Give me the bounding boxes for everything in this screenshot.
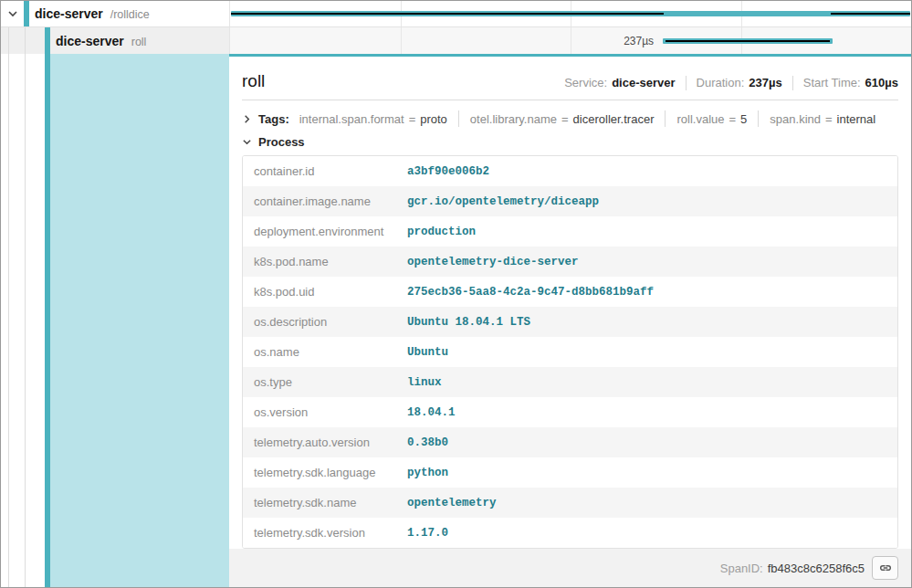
process-key: container.image.name — [243, 194, 407, 208]
process-key: deployment.environment — [243, 225, 407, 238]
tag-key: otel.library.name — [470, 112, 557, 126]
span-detail-gutter — [1, 54, 229, 587]
timeline-gridline — [571, 27, 571, 54]
duration-value: 237µs — [749, 76, 781, 89]
trace-detail-window: dice-server /rolldice dice-server roll — [0, 0, 912, 588]
span-name-cell-rolldice[interactable]: dice-server /rolldice — [1, 1, 229, 26]
tree-guide-line — [8, 54, 9, 587]
span-timeline-rolldice — [229, 1, 911, 26]
process-key: os.type — [243, 375, 407, 389]
process-key: os.name — [243, 345, 407, 359]
tags-accordion-toggle[interactable]: Tags: internal.span.format = proto otel.… — [242, 110, 898, 127]
tag-equals: = — [825, 112, 833, 126]
tag-equals: = — [409, 112, 416, 126]
chevron-down-icon — [242, 137, 252, 147]
table-row: os.typelinux — [243, 367, 897, 397]
spanid-value: fb483c8c6258f6c5 — [768, 562, 865, 575]
process-value: Ubuntu 18.04.1 LTS — [407, 316, 530, 329]
tag-divider — [665, 110, 666, 127]
process-value: 0.38b0 — [407, 436, 448, 449]
span-color-stripe — [24, 1, 29, 26]
process-value: production — [407, 226, 476, 238]
process-key: os.description — [243, 315, 407, 329]
process-key: telemetry.sdk.name — [243, 496, 407, 509]
tag-equals: = — [729, 112, 737, 126]
spanid-label: SpanID: — [720, 562, 763, 575]
table-row: os.nameUbuntu — [243, 337, 897, 367]
process-key-value-table: container.ida3bf90e006b2 container.image… — [242, 155, 898, 549]
stat-divider — [792, 76, 793, 90]
span-detail-header: roll Service: dice-server Duration: 237µ… — [242, 71, 898, 91]
tag-value: proto — [420, 112, 447, 126]
stat-divider — [686, 76, 687, 90]
critical-path-segment — [231, 13, 664, 15]
process-value: gcr.io/opentelemetry/diceapp — [407, 195, 599, 208]
tag-value: 5 — [740, 112, 747, 126]
tree-guide-line — [25, 54, 26, 587]
span-operation-name: roll — [131, 36, 147, 48]
service-label: Service: — [564, 76, 607, 89]
tag-key: internal.span.format — [299, 112, 404, 126]
process-key: telemetry.sdk.language — [243, 466, 407, 479]
critical-path-segment — [831, 13, 910, 15]
span-detail-row: roll Service: dice-server Duration: 237µ… — [1, 54, 911, 587]
span-service-name: dice-server — [56, 34, 124, 48]
span-operation-name: /rolldice — [110, 8, 150, 21]
table-row: telemetry.sdk.version1.17.0 — [243, 518, 897, 548]
table-row: deployment.environmentproduction — [243, 216, 897, 247]
span-color-stripe — [45, 27, 50, 54]
process-value: python — [407, 467, 448, 479]
process-section-label: Process — [258, 135, 305, 149]
tag-key: roll.value — [676, 112, 724, 126]
chevron-right-icon — [242, 114, 252, 124]
span-detail-footer: SpanID: fb483c8c6258f6c5 — [229, 549, 911, 587]
table-row: telemetry.auto.version0.38b0 — [243, 427, 897, 457]
span-duration-bar[interactable] — [231, 11, 910, 16]
table-row: os.descriptionUbuntu 18.04.1 LTS — [243, 307, 897, 337]
process-key: k8s.pod.name — [243, 255, 407, 268]
process-key: telemetry.auto.version — [243, 436, 407, 449]
process-key: container.id — [243, 164, 407, 178]
table-row: telemetry.sdk.nameopentelemetry — [243, 488, 897, 518]
tag-divider — [458, 110, 459, 127]
tag-key: span.kind — [770, 112, 821, 126]
tag-value: internal — [837, 112, 876, 126]
timeline-gridline — [401, 27, 402, 54]
tags-section-label: Tags: — [258, 112, 289, 126]
span-title: roll — [242, 71, 265, 91]
span-detail-panel: roll Service: dice-server Duration: 237µ… — [229, 54, 911, 587]
process-key: os.version — [243, 405, 407, 419]
header-divider — [242, 100, 898, 100]
process-value: Ubuntu — [407, 346, 448, 359]
service-value: dice-server — [612, 76, 675, 89]
tag-value: diceroller.tracer — [573, 112, 655, 126]
link-icon — [878, 561, 893, 575]
table-row: telemetry.sdk.languagepython — [243, 457, 897, 488]
chevron-down-icon[interactable] — [7, 8, 18, 19]
copy-span-link-button[interactable] — [872, 556, 898, 580]
process-value: 275ecb36-5aa8-4c2a-9c47-d8bb681b9aff — [407, 286, 654, 299]
process-value: linux — [407, 376, 442, 389]
span-name-cell-roll[interactable]: dice-server roll — [1, 26, 229, 54]
tag-equals: = — [561, 112, 569, 126]
table-row: container.image.namegcr.io/opentelemetry… — [243, 186, 897, 216]
critical-path-segment — [666, 40, 830, 42]
process-accordion-toggle[interactable]: Process — [242, 135, 898, 149]
span-duration-bar[interactable] — [663, 38, 833, 44]
selected-span-highlight — [50, 54, 229, 587]
start-time-label: Start Time: — [803, 76, 861, 89]
table-row: k8s.pod.uid275ecb36-5aa8-4c2a-9c47-d8bb6… — [243, 277, 897, 307]
tree-guide-line — [25, 27, 26, 54]
span-row-rolldice[interactable]: dice-server /rolldice — [1, 1, 911, 26]
table-row: k8s.pod.nameopentelemetry-dice-server — [243, 247, 897, 277]
span-row-roll[interactable]: dice-server roll 237µs — [1, 26, 911, 54]
process-value: opentelemetry-dice-server — [407, 256, 579, 268]
duration-label: Duration: — [697, 76, 745, 89]
process-value: 18.04.1 — [407, 406, 456, 419]
table-row: os.version18.04.1 — [243, 397, 897, 427]
process-value: 1.17.0 — [407, 527, 448, 540]
start-time-value: 610µs — [865, 76, 898, 89]
span-service-name: dice-server — [35, 6, 103, 21]
tree-guide-line — [8, 27, 9, 54]
span-duration-label: 237µs — [624, 35, 654, 47]
